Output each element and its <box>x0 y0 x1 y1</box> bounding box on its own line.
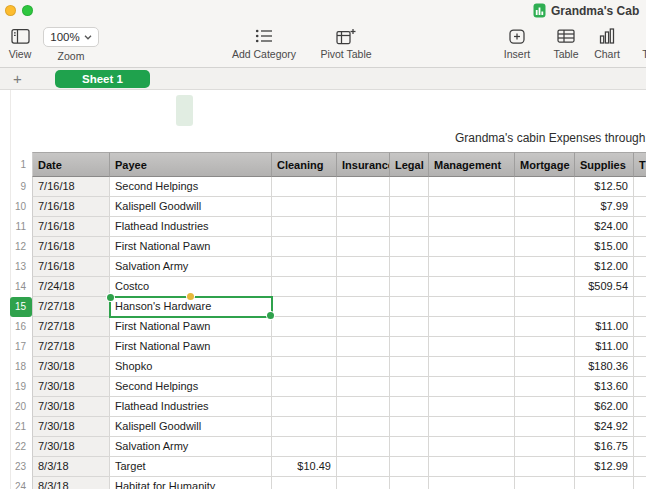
cell-payee[interactable]: Second Helpings <box>110 177 272 197</box>
cell-management[interactable] <box>429 397 515 417</box>
cell-date[interactable]: 7/16/18 <box>32 217 110 237</box>
cell-payee[interactable]: Kalispell Goodwill <box>110 417 272 437</box>
cell-management[interactable] <box>429 457 515 477</box>
cell-insurance[interactable] <box>337 477 390 489</box>
row-number[interactable]: 21 <box>10 417 32 437</box>
cell-payee[interactable]: Hanson's Hardware <box>110 297 272 317</box>
cell-mortgage[interactable] <box>515 357 575 377</box>
cell-insurance[interactable] <box>337 177 390 197</box>
cell-cleaning[interactable] <box>272 257 337 277</box>
column-header-insurance[interactable]: Insurance <box>337 152 390 177</box>
row-number[interactable]: 11 <box>10 217 32 237</box>
cell-legal[interactable] <box>390 237 429 257</box>
cell-t[interactable] <box>634 417 646 437</box>
cell-management[interactable] <box>429 337 515 357</box>
cell-mortgage[interactable] <box>515 297 575 317</box>
row-number[interactable]: 24 <box>10 477 32 489</box>
cell-mortgage[interactable] <box>515 337 575 357</box>
column-header-supplies[interactable]: Supplies <box>575 152 634 177</box>
cell-legal[interactable] <box>390 177 429 197</box>
row-number[interactable]: 22 <box>10 437 32 457</box>
cell-supplies[interactable]: $13.60 <box>575 377 634 397</box>
cell-insurance[interactable] <box>337 397 390 417</box>
cell-insurance[interactable] <box>337 217 390 237</box>
cell-payee[interactable]: First National Pawn <box>110 317 272 337</box>
cell-date[interactable]: 7/16/18 <box>32 177 110 197</box>
row-number[interactable]: 23 <box>10 457 32 477</box>
cell-cleaning[interactable] <box>272 217 337 237</box>
toolbar-zoom-control[interactable]: 100% Zoom <box>40 27 102 62</box>
cell-management[interactable] <box>429 417 515 437</box>
cell-t[interactable] <box>634 317 646 337</box>
cell-management[interactable] <box>429 217 515 237</box>
cell-legal[interactable] <box>390 417 429 437</box>
cell-date[interactable]: 7/24/18 <box>32 277 110 297</box>
cell-date[interactable]: 7/16/18 <box>32 237 110 257</box>
cell-supplies[interactable]: $509.54 <box>575 277 634 297</box>
cell-payee[interactable]: Kalispell Goodwill <box>110 197 272 217</box>
cell-payee[interactable]: Salvation Army <box>110 437 272 457</box>
minimize-window-button[interactable] <box>5 5 16 16</box>
cell-supplies[interactable]: $12.00 <box>575 257 634 277</box>
cell-payee[interactable]: Salvation Army <box>110 257 272 277</box>
cell-supplies[interactable]: $11.00 <box>575 337 634 357</box>
cell-supplies[interactable]: $16.75 <box>575 437 634 457</box>
cell-mortgage[interactable] <box>515 257 575 277</box>
cell-t[interactable] <box>634 277 646 297</box>
cell-legal[interactable] <box>390 197 429 217</box>
row-number[interactable]: 18 <box>10 357 32 377</box>
cell-date[interactable]: 7/27/18 <box>32 337 110 357</box>
cell-legal[interactable] <box>390 217 429 237</box>
cell-payee[interactable]: Shopko <box>110 357 272 377</box>
cell-date[interactable]: 7/30/18 <box>32 437 110 457</box>
add-sheet-button[interactable]: + <box>13 70 22 87</box>
column-header-management[interactable]: Management <box>429 152 515 177</box>
cell-t[interactable] <box>634 297 646 317</box>
toolbar-view-button[interactable]: View <box>2 27 38 60</box>
toolbar-insert-button[interactable]: Insert <box>494 27 540 60</box>
cell-payee[interactable]: Second Helpings <box>110 377 272 397</box>
cell-insurance[interactable] <box>337 417 390 437</box>
cell-cleaning[interactable] <box>272 297 337 317</box>
row-number[interactable]: 12 <box>10 237 32 257</box>
cell-cleaning[interactable]: $10.49 <box>272 457 337 477</box>
cell-cleaning[interactable] <box>272 377 337 397</box>
column-header-date[interactable]: Date <box>32 152 110 177</box>
cell-legal[interactable] <box>390 337 429 357</box>
cell-cleaning[interactable] <box>272 397 337 417</box>
cell-insurance[interactable] <box>337 297 390 317</box>
cell-payee[interactable]: Flathead Industries <box>110 397 272 417</box>
cell-management[interactable] <box>429 377 515 397</box>
row-number[interactable]: 1 <box>10 152 32 177</box>
cell-management[interactable] <box>429 297 515 317</box>
row-number[interactable]: 20 <box>10 397 32 417</box>
cell-payee[interactable]: Target <box>110 457 272 477</box>
cell-supplies[interactable] <box>575 477 634 489</box>
cell-management[interactable] <box>429 277 515 297</box>
cell-legal[interactable] <box>390 377 429 397</box>
cell-t[interactable] <box>634 357 646 377</box>
toolbar-pivot-table-button[interactable]: Pivot Table <box>304 27 388 60</box>
cell-cleaning[interactable] <box>272 277 337 297</box>
row-number[interactable]: 14 <box>10 277 32 297</box>
cell-supplies[interactable]: $12.99 <box>575 457 634 477</box>
row-number[interactable]: 17 <box>10 337 32 357</box>
cell-mortgage[interactable] <box>515 457 575 477</box>
cell-t[interactable] <box>634 337 646 357</box>
cell-mortgage[interactable] <box>515 177 575 197</box>
cell-management[interactable] <box>429 237 515 257</box>
cell-payee[interactable]: First National Pawn <box>110 337 272 357</box>
row-number[interactable]: 13 <box>10 257 32 277</box>
selection-handle[interactable] <box>107 294 114 301</box>
cell-insurance[interactable] <box>337 457 390 477</box>
cell-date[interactable]: 7/27/18 <box>32 297 110 317</box>
toolbar-chart-button[interactable]: Chart <box>586 27 628 60</box>
cell-t[interactable] <box>634 457 646 477</box>
cell-date[interactable]: 7/30/18 <box>32 417 110 437</box>
cell-supplies[interactable]: $62.00 <box>575 397 634 417</box>
cell-supplies[interactable]: $24.92 <box>575 417 634 437</box>
cell-mortgage[interactable] <box>515 197 575 217</box>
column-header-cleaning[interactable]: Cleaning <box>272 152 337 177</box>
cell-management[interactable] <box>429 357 515 377</box>
table-title[interactable]: Grandma's cabin Expenses through <box>455 131 645 145</box>
